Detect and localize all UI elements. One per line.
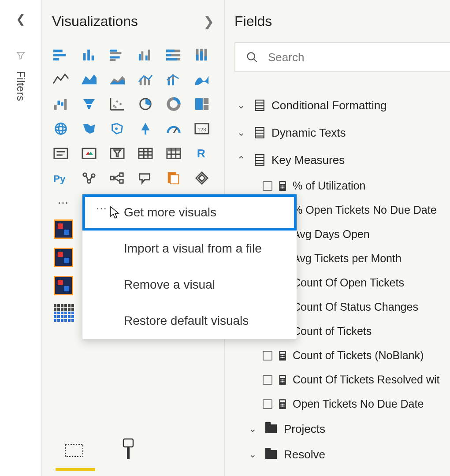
custom-visual-grid-tile[interactable]	[54, 304, 74, 322]
svg-rect-169	[280, 352, 285, 353]
measure-label: Open Tickets No Due Date	[293, 398, 424, 410]
svg-rect-75	[167, 149, 180, 152]
card-icon[interactable]	[52, 145, 70, 161]
table-icon[interactable]	[137, 145, 154, 161]
checkbox[interactable]	[263, 351, 272, 361]
line-chart-icon[interactable]	[52, 71, 70, 87]
table-key-measures[interactable]: ⌃Key Measures	[234, 146, 450, 174]
svg-rect-1	[53, 54, 66, 56]
donut-icon[interactable]	[165, 96, 182, 112]
table-dynamic-texts[interactable]: ⌄Dynamic Texts	[234, 119, 450, 146]
table-label: Key Measures	[271, 153, 345, 167]
ribbon-chart-icon[interactable]	[193, 71, 211, 87]
svg-rect-88	[120, 180, 123, 183]
chevron-down-icon: ⌄	[234, 127, 248, 138]
search-input[interactable]	[268, 51, 444, 64]
svg-point-188	[283, 403, 285, 405]
checkbox[interactable]	[263, 399, 272, 409]
funnel-icon[interactable]	[80, 96, 98, 112]
active-tab-underline	[56, 468, 95, 471]
search-icon	[246, 51, 258, 63]
qa-visual-icon[interactable]	[137, 170, 154, 186]
measure-label: Count of Tickets	[293, 325, 372, 338]
line-stacked-icon[interactable]	[165, 71, 182, 87]
py-visual-icon[interactable]: Py	[52, 170, 70, 186]
collapse-right-icon[interactable]: ❯	[203, 14, 216, 29]
line-clustered-icon[interactable]	[137, 71, 154, 87]
scatter-icon[interactable]	[108, 96, 126, 112]
filters-label[interactable]: Filters	[15, 71, 27, 101]
measure-label: Count of Tickets (NoBlank)	[293, 349, 424, 362]
svg-point-180	[283, 379, 285, 380]
svg-point-56	[115, 127, 118, 130]
clustered-column-icon[interactable]	[137, 47, 154, 63]
decomposition-tree-icon[interactable]	[108, 170, 126, 186]
svg-point-115	[282, 185, 283, 186]
menu-item-remove-a-visual[interactable]: Remove a visual	[82, 267, 297, 303]
svg-point-183	[283, 381, 285, 383]
svg-rect-6	[110, 50, 117, 52]
svg-rect-17	[166, 54, 171, 56]
multi-card-icon[interactable]	[80, 145, 98, 161]
key-influencers-icon[interactable]	[80, 170, 98, 186]
svg-rect-19	[166, 58, 177, 61]
clustered-bar-h-icon[interactable]	[108, 47, 126, 63]
svg-line-89	[114, 175, 119, 178]
menu-item-label: Remove a visual	[124, 278, 215, 292]
table-conditional-formatting[interactable]: ⌄Conditional Formatting	[234, 92, 450, 119]
svg-point-114	[280, 185, 282, 186]
pie-icon[interactable]	[137, 96, 154, 112]
svg-rect-37	[57, 100, 60, 104]
svg-point-45	[116, 100, 119, 103]
treemap-icon[interactable]	[193, 96, 211, 112]
svg-rect-39	[64, 99, 67, 110]
map-globe-icon[interactable]	[52, 121, 70, 137]
gauge-icon[interactable]	[165, 121, 182, 137]
checkbox[interactable]	[263, 375, 272, 385]
hundred-bar-h-icon[interactable]	[165, 47, 182, 63]
svg-point-170	[280, 355, 282, 356]
filled-map-icon[interactable]	[80, 121, 98, 137]
menu-item-get-more-visuals[interactable]: Get more visuals…	[82, 194, 297, 231]
menu-item-import-a-visual-from-a-file[interactable]: Import a visual from a file	[82, 231, 297, 267]
menu-item-restore-default-visuals[interactable]: Restore default visuals	[82, 303, 297, 339]
stacked-area-icon[interactable]	[108, 71, 126, 87]
measure-row[interactable]: Count of Tickets (NoBlank)	[234, 343, 450, 368]
power-apps-icon[interactable]	[193, 170, 211, 186]
paginated-icon[interactable]	[165, 170, 182, 186]
svg-rect-86	[111, 176, 114, 180]
svg-rect-92	[170, 175, 179, 184]
svg-rect-36	[54, 105, 57, 110]
hundred-column-icon[interactable]	[193, 47, 211, 63]
visualizations-title: Visualizations	[52, 13, 138, 30]
collapse-left-icon[interactable]: ❮	[16, 12, 26, 26]
shape-map-icon[interactable]	[108, 121, 126, 137]
format-tab[interactable]	[115, 436, 143, 463]
svg-point-179	[282, 379, 283, 380]
slicer-icon[interactable]	[108, 145, 126, 161]
area-chart-icon[interactable]	[80, 71, 98, 87]
folder-projects[interactable]: ⌄Projects	[234, 416, 450, 442]
fields-search[interactable]	[234, 42, 450, 72]
custom-visual-tile[interactable]	[54, 248, 73, 267]
svg-text:123: 123	[198, 127, 206, 132]
measure-row[interactable]: Open Tickets No Due Date	[234, 392, 450, 416]
stacked-bar-h-icon[interactable]	[52, 47, 70, 63]
svg-rect-87	[120, 173, 123, 177]
chevron-down-icon: ⌄	[247, 449, 258, 460]
folder-resolve[interactable]: ⌄Resolve	[234, 442, 450, 467]
measure-row[interactable]: Count Of Tickets Resolved wit	[234, 368, 450, 392]
custom-visual-tile[interactable]	[54, 219, 73, 239]
svg-point-178	[280, 379, 282, 380]
r-visual-icon[interactable]: R	[193, 145, 211, 161]
checkbox[interactable]	[263, 181, 272, 191]
stacked-column-icon[interactable]	[80, 47, 98, 63]
menu-item-label: Import a visual from a file	[124, 242, 262, 256]
card-kpi-icon[interactable]: 123	[193, 121, 211, 137]
matrix-icon[interactable]	[165, 145, 182, 161]
arrow-nav-icon[interactable]	[137, 121, 154, 137]
custom-visual-tile[interactable]	[54, 276, 73, 295]
svg-text:Py: Py	[53, 173, 66, 184]
fields-tab[interactable]	[60, 436, 88, 463]
waterfall-icon[interactable]	[52, 96, 70, 112]
